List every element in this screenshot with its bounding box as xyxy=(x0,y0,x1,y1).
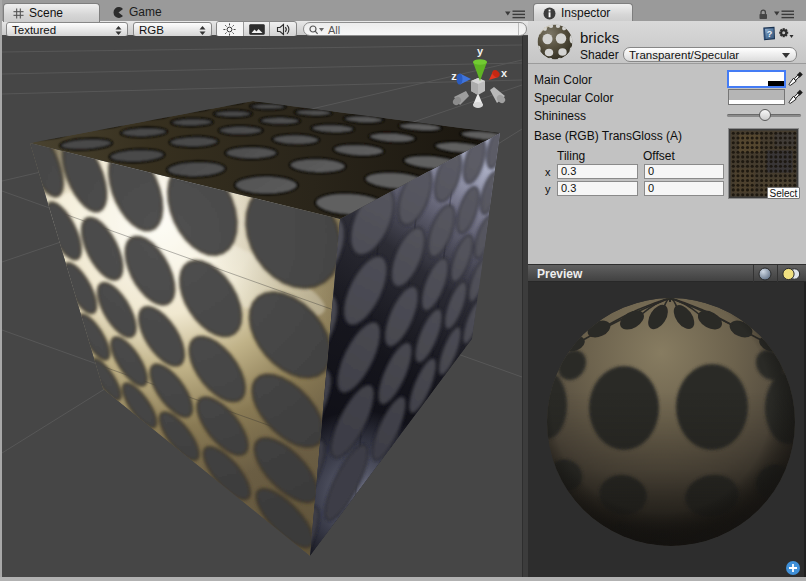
svg-text:y: y xyxy=(477,45,484,57)
svg-text:?: ? xyxy=(767,29,773,39)
svg-text:x: x xyxy=(501,67,508,79)
svg-text:z: z xyxy=(451,70,457,82)
